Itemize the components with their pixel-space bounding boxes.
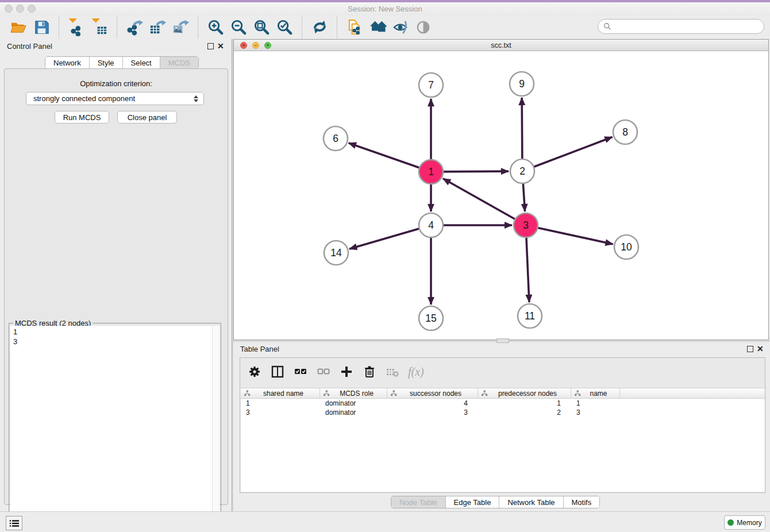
open-session-button[interactable] xyxy=(7,17,30,38)
export-network-button[interactable] xyxy=(123,17,146,38)
home-layout-icon xyxy=(369,18,387,36)
export-image-icon xyxy=(172,18,190,36)
tab-network-table[interactable]: Network Table xyxy=(499,496,563,508)
cell-shared-name: 1 xyxy=(241,399,320,408)
svg-text:7: 7 xyxy=(428,79,434,91)
select-all-button[interactable] xyxy=(293,364,308,379)
hide-panels-button[interactable] xyxy=(389,17,412,38)
cell-MCDS-role: dominator xyxy=(320,399,387,408)
toolbar-separator xyxy=(117,17,117,38)
result-scrollbar[interactable] xyxy=(212,326,220,532)
graph-node-10[interactable]: 10 xyxy=(614,235,638,259)
toolbar-group xyxy=(305,17,334,38)
memory-status-icon xyxy=(727,519,734,526)
optimization-criterion-select[interactable]: strongly connected component xyxy=(26,92,204,105)
zoom-out-button[interactable] xyxy=(227,17,250,38)
close-panel-icon[interactable]: ✕ xyxy=(757,344,764,353)
memory-button[interactable]: Memory xyxy=(724,515,765,530)
import-network-button[interactable] xyxy=(65,17,88,38)
graph-node-2[interactable]: 2 xyxy=(510,159,534,183)
unselect-all-button[interactable] xyxy=(316,364,331,379)
search-input[interactable] xyxy=(611,22,764,31)
close-panel-icon[interactable]: ✕ xyxy=(217,41,224,51)
table-container: f(x) shared nameMCDS rolesuccessor nodes… xyxy=(240,357,765,493)
eye-disabled-button[interactable] xyxy=(412,17,435,38)
toolbar-separator xyxy=(198,17,198,38)
column-type-icon xyxy=(391,390,397,396)
edge-2-8[interactable] xyxy=(522,137,613,171)
import-table-button[interactable] xyxy=(88,17,111,38)
table-row[interactable]: 1dominator411 xyxy=(241,399,765,408)
delete-table-button[interactable] xyxy=(385,364,400,379)
mcds-result-list[interactable]: 13 xyxy=(10,326,213,532)
gear-button[interactable] xyxy=(247,364,262,379)
select-all-icon xyxy=(294,365,307,378)
tab-edge-table[interactable]: Edge Table xyxy=(446,496,500,508)
edge-3-10[interactable] xyxy=(526,225,613,244)
export-table-icon xyxy=(149,18,167,36)
titlebar: Session: New Session xyxy=(0,2,770,16)
svg-text:9: 9 xyxy=(519,78,525,90)
control-panel-header: Control Panel ✕ xyxy=(0,39,232,54)
graph-node-9[interactable]: 9 xyxy=(510,72,534,96)
edge-3-1[interactable] xyxy=(443,179,526,225)
cell-predecessor-nodes: 2 xyxy=(478,408,571,417)
graph-node-3[interactable]: 3 xyxy=(514,213,538,237)
graph-node-14[interactable]: 14 xyxy=(324,241,348,265)
column-header-successor-nodes[interactable]: successor nodes xyxy=(387,388,478,398)
float-panel-icon[interactable] xyxy=(747,346,753,352)
status-bar: Memory xyxy=(0,511,770,532)
graph-node-6[interactable]: 6 xyxy=(324,126,348,151)
tab-select[interactable]: Select xyxy=(123,57,160,68)
column-header-shared-name[interactable]: shared name xyxy=(241,388,320,398)
add-row-button[interactable] xyxy=(339,364,354,379)
tab-node-table[interactable]: Node Table xyxy=(391,496,446,508)
column-label: shared name xyxy=(251,390,319,398)
column-header-predecessor-nodes[interactable]: predecessor nodes xyxy=(478,388,571,398)
table-body: 1dominator4113dominator323 xyxy=(241,399,765,417)
task-history-button[interactable] xyxy=(6,516,22,530)
toolbar-group xyxy=(340,17,438,38)
export-table-button[interactable] xyxy=(146,17,169,38)
tab-motifs[interactable]: Motifs xyxy=(564,496,600,508)
zoom-selected-button[interactable] xyxy=(273,17,296,38)
duplicate-network-button[interactable] xyxy=(343,17,366,38)
toolbar-group xyxy=(3,17,56,38)
graph-node-11[interactable]: 11 xyxy=(518,304,542,328)
result-line: 3 xyxy=(13,337,213,346)
search-box[interactable] xyxy=(598,19,764,34)
graph-node-1[interactable]: 1 xyxy=(419,160,443,184)
list-icon xyxy=(9,519,20,527)
column-header-name[interactable]: name xyxy=(571,388,620,398)
tab-style[interactable]: Style xyxy=(90,57,123,68)
close-panel-button[interactable]: Close panel xyxy=(117,111,177,124)
svg-text:15: 15 xyxy=(425,313,436,324)
graph-node-4[interactable]: 4 xyxy=(419,213,443,237)
tab-network[interactable]: Network xyxy=(45,57,90,68)
export-image-button[interactable] xyxy=(169,17,192,38)
svg-text:11: 11 xyxy=(525,310,535,322)
delete-row-button[interactable] xyxy=(362,364,377,379)
cell-name: 3 xyxy=(571,408,620,417)
edge-1-6[interactable] xyxy=(349,143,431,172)
home-layout-button[interactable] xyxy=(366,17,389,38)
refresh-network-button[interactable] xyxy=(308,17,331,38)
save-session-button[interactable] xyxy=(30,17,53,38)
graph-node-7[interactable]: 7 xyxy=(419,73,443,97)
column-type-icon xyxy=(244,390,251,396)
graph-node-15[interactable]: 15 xyxy=(419,306,443,330)
zoom-in-button[interactable] xyxy=(204,17,227,38)
columns-button[interactable] xyxy=(270,364,285,379)
tab-mcds[interactable]: MCDS xyxy=(160,57,198,68)
graph-node-8[interactable]: 8 xyxy=(613,120,637,144)
float-panel-icon[interactable] xyxy=(207,43,214,49)
function-builder-button[interactable]: f(x) xyxy=(408,365,424,379)
network-canvas[interactable]: 7968124314101511 xyxy=(234,52,768,340)
network-window-titlebar[interactable]: × − + scc.txt xyxy=(234,40,768,51)
table-row[interactable]: 3dominator323 xyxy=(241,408,765,417)
run-mcds-button[interactable]: Run MCDS xyxy=(55,111,109,124)
column-label: MCDS role xyxy=(330,390,387,398)
zoom-fit-button[interactable] xyxy=(250,17,273,38)
table-panel: Table Panel ✕ f(x) shared nameMCDS roles… xyxy=(233,342,770,511)
column-header-MCDS-role[interactable]: MCDS role xyxy=(320,388,387,398)
